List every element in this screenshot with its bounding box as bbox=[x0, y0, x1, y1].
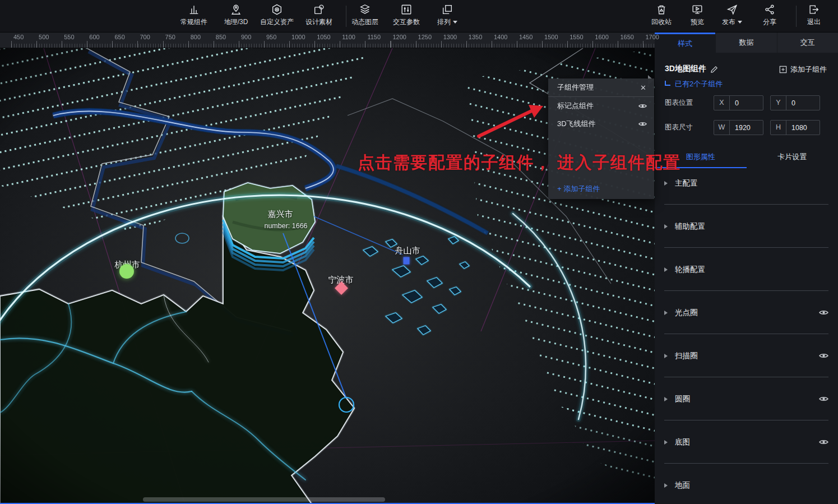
ruler-tick-label: 1600 bbox=[595, 34, 608, 40]
section-auxiliary-config[interactable]: 辅助配置 bbox=[655, 205, 838, 248]
position-y-input[interactable] bbox=[786, 99, 820, 107]
ruler-tick-label: 1500 bbox=[544, 34, 558, 40]
position-x-input[interactable] bbox=[730, 99, 763, 107]
monitor-play-icon bbox=[691, 3, 703, 16]
plus-square-icon bbox=[779, 66, 787, 73]
subcomponent-item-flyline[interactable]: 3D飞线组件 bbox=[548, 115, 654, 133]
toolbar-item-arrange[interactable]: 排列 bbox=[425, 3, 469, 27]
city-label-zhoushan: 舟山市 bbox=[395, 246, 420, 256]
tab-interaction[interactable]: 交互 bbox=[777, 33, 838, 53]
eye-icon[interactable] bbox=[638, 103, 647, 109]
ruler-tick-label: 1000 bbox=[291, 34, 305, 40]
toolbar-item-design-materials[interactable]: 设计素材 bbox=[297, 3, 341, 27]
toolbar-item-label: 动态图层 bbox=[351, 17, 378, 27]
eye-icon[interactable] bbox=[638, 121, 647, 127]
ruler-tick-label: 1300 bbox=[443, 34, 457, 40]
toolbar-item-interaction-params[interactable]: 交互参数 bbox=[385, 3, 428, 27]
share-nodes-icon bbox=[763, 3, 776, 16]
subcomponent-manager-panel: 子组件管理 ✕ 标记点组件 3D飞线组件 + 添加子组件 bbox=[548, 78, 654, 199]
toolbar-item-custom-assets[interactable]: 自定义资产 bbox=[255, 3, 299, 27]
caret-down-icon bbox=[738, 21, 742, 24]
exit-icon bbox=[808, 3, 820, 16]
section-label: 圆圈 bbox=[675, 394, 819, 404]
ruler-tick-label: 450 bbox=[13, 34, 24, 40]
chevron-right-icon bbox=[664, 483, 668, 488]
subcomponent-item-marker[interactable]: 标记点组件 bbox=[548, 97, 654, 115]
section-label: 扫描圈 bbox=[675, 351, 819, 361]
eye-icon[interactable] bbox=[819, 396, 828, 402]
ruler-tick-label: 1250 bbox=[418, 34, 432, 40]
ruler-tick-label: 1200 bbox=[393, 34, 406, 40]
config-sections: 主配置 辅助配置 轮播配置 光点圈 扫描圈 圆圈 bbox=[655, 161, 838, 504]
size-h-group: H bbox=[770, 120, 820, 135]
eye-icon[interactable] bbox=[819, 309, 828, 316]
design-shapes-icon bbox=[313, 3, 325, 16]
section-carousel-config[interactable]: 轮播配置 bbox=[655, 248, 838, 291]
close-icon[interactable]: ✕ bbox=[640, 84, 646, 92]
toolbar-item-dynamic-layers[interactable]: 动态图层 bbox=[343, 3, 387, 27]
toolbar-item-label: 设计素材 bbox=[305, 17, 332, 27]
ruler-tick-label: 1700 bbox=[646, 34, 659, 40]
ruler-tick-label: 950 bbox=[266, 34, 276, 40]
section-scan-circle[interactable]: 扫描圈 bbox=[655, 334, 838, 377]
map-pin-icon bbox=[230, 3, 242, 16]
toolbar-item-share[interactable]: 分享 bbox=[748, 3, 791, 27]
section-label: 底图 bbox=[675, 437, 819, 447]
hexagon-asset-icon bbox=[271, 3, 283, 16]
ruler-tick-label: 1400 bbox=[494, 34, 507, 40]
toolbar-item-geo-3d[interactable]: 地理/3D bbox=[214, 3, 258, 27]
subcomponent-count-link[interactable]: 已有2个子组件 bbox=[665, 79, 723, 89]
section-light-circle[interactable]: 光点圈 bbox=[655, 291, 838, 334]
section-ground[interactable]: 地面 bbox=[655, 464, 838, 504]
horizontal-scrollbar[interactable] bbox=[143, 497, 385, 502]
subcomponent-item-label: 3D飞线组件 bbox=[557, 119, 596, 129]
size-h-input[interactable] bbox=[786, 124, 820, 132]
section-label: 辅助配置 bbox=[675, 221, 828, 232]
ruler-tick-label: 1450 bbox=[519, 34, 533, 40]
top-toolbar: 常规组件 地理/3D 自定义资产 设计素材 动态图层 交互参数 排列 bbox=[0, 0, 838, 33]
chevron-right-icon bbox=[664, 267, 668, 272]
section-base-map[interactable]: 底图 bbox=[655, 420, 838, 464]
x-prefix: X bbox=[714, 96, 730, 110]
edit-pencil-icon[interactable] bbox=[710, 65, 719, 73]
ruler-tick-label: 1100 bbox=[342, 34, 355, 40]
chart-position-label: 图表位置 bbox=[665, 98, 714, 108]
section-circle[interactable]: 圆圈 bbox=[655, 377, 838, 420]
size-w-input[interactable] bbox=[730, 124, 763, 132]
paper-plane-icon bbox=[726, 3, 738, 16]
arrange-icon bbox=[441, 3, 453, 16]
section-main-config[interactable]: 主配置 bbox=[655, 161, 838, 205]
toolbar-item-common-components[interactable]: 常规组件 bbox=[172, 3, 216, 27]
section-label: 光点圈 bbox=[675, 308, 819, 318]
chevron-right-icon bbox=[664, 181, 668, 186]
eye-icon[interactable] bbox=[819, 353, 828, 359]
chevron-right-icon bbox=[664, 397, 668, 401]
ruler-tick-label: 650 bbox=[114, 34, 124, 40]
h-prefix: H bbox=[771, 121, 786, 135]
marker-point-zhoushan bbox=[404, 257, 410, 265]
chevron-right-icon bbox=[664, 311, 668, 315]
chevron-right-icon bbox=[664, 440, 668, 445]
w-prefix: W bbox=[714, 121, 730, 135]
section-label: 主配置 bbox=[675, 178, 828, 188]
toolbar-item-label: 退出 bbox=[807, 17, 821, 27]
toolbar-item-label: 分享 bbox=[763, 17, 776, 27]
toolbar-item-exit[interactable]: 退出 bbox=[792, 3, 836, 27]
config-panel: 样式 数据 交互 3D地图组件 添加子组件 已有2个子组件 图表位置 X Y bbox=[655, 33, 838, 504]
ruler-tick-label: 550 bbox=[64, 34, 74, 40]
ruler-tick-label: 600 bbox=[89, 34, 99, 40]
tab-style[interactable]: 样式 bbox=[655, 33, 715, 53]
ruler: 4505005506006507007508008509009501000105… bbox=[0, 33, 655, 48]
eye-icon[interactable] bbox=[819, 439, 828, 445]
toolbar-item-label: 常规组件 bbox=[180, 17, 207, 27]
city-sublabel-jiaxing: number: 1666 bbox=[264, 222, 307, 230]
chart-size-row: 图表尺寸 W H bbox=[665, 120, 828, 135]
add-subcomponent-link[interactable]: + 添加子组件 bbox=[557, 184, 600, 194]
marker-point-hangzhou bbox=[119, 264, 134, 279]
add-subcomponent-button[interactable]: 添加子组件 bbox=[779, 64, 827, 75]
tutorial-annotation-text: 点击需要配置的子组件， 进入子组件配置 bbox=[358, 151, 681, 174]
tab-data[interactable]: 数据 bbox=[715, 33, 776, 53]
panel-tab-bar: 样式 数据 交互 bbox=[655, 33, 838, 53]
section-label: 轮播配置 bbox=[675, 265, 828, 275]
trash-icon bbox=[655, 3, 668, 16]
